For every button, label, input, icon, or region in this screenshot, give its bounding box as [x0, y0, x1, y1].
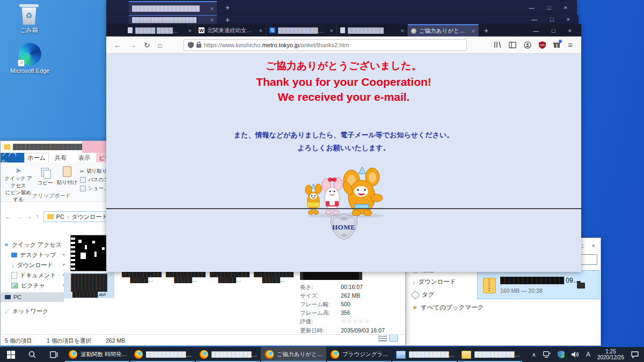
- download-list-item[interactable]: ██████████████ 09.zip 160 MB — 20:38: [477, 270, 599, 299]
- network-icon[interactable]: [543, 351, 551, 358]
- ime-indicator[interactable]: A: [586, 351, 590, 358]
- file-explorer-icon: [396, 351, 406, 359]
- desktop-icon-edge[interactable]: ↗ Microsoft Edge: [9, 43, 52, 74]
- task-view-button[interactable]: [43, 347, 64, 362]
- sidebar-item-desktop[interactable]: デスクトップ ✦: [11, 250, 70, 260]
- sidebar-item-quick-access[interactable]: ★ クイック アクセス: [4, 240, 63, 249]
- url-bar[interactable]: https://www.keishicho.metro.tokyo.jp/ank…: [184, 39, 467, 51]
- library-item-bookmarks[interactable]: ★ すべてのブックマーク: [412, 304, 484, 312]
- file-label[interactable]: ███████████ █████…: [120, 271, 163, 283]
- copy-icon: [41, 168, 49, 176]
- home-button[interactable]: HOME: [106, 213, 581, 240]
- ublock-shield-icon[interactable]: UO: [539, 41, 546, 49]
- maximize-button[interactable]: □: [547, 4, 551, 11]
- breadcrumb-downloads[interactable]: ダウンロード: [72, 213, 108, 221]
- folder-icon: [462, 351, 471, 359]
- zip-file-icon: [483, 278, 496, 293]
- desktop-icon-recycle-bin[interactable]: ♻ ごみ箱: [14, 4, 44, 34]
- ribbon-tab-home[interactable]: ホーム: [24, 153, 49, 162]
- ribbon-tab-file[interactable]: ファイル: [1, 153, 24, 162]
- minimize-button[interactable]: —: [533, 27, 539, 34]
- open-containing-folder-icon[interactable]: [577, 283, 585, 289]
- tab-4[interactable]: █████████ ×: [337, 24, 408, 36]
- taskbar-app-explorer[interactable]: ████████████…: [392, 347, 457, 362]
- background-tab-2[interactable]: █████████████████ ×: [129, 15, 217, 24]
- breadcrumb-pc[interactable]: PC: [56, 213, 64, 220]
- tab-2[interactable]: W 北関東連続幼女誘拐殺… ×: [195, 24, 266, 36]
- back-icon[interactable]: ←: [5, 213, 11, 220]
- account-icon[interactable]: [524, 41, 531, 49]
- sidebar-item-pc[interactable]: PC: [1, 292, 64, 302]
- tab-1[interactable]: █████ ███████ ×: [125, 24, 195, 36]
- file-label[interactable]: ███████████ █████…: [208, 271, 251, 283]
- maximize-button[interactable]: □: [552, 27, 555, 34]
- cut-button[interactable]: ✂ 切り取り: [80, 168, 107, 175]
- menu-icon[interactable]: ≡: [568, 40, 573, 49]
- back-icon[interactable]: ←: [114, 41, 121, 49]
- minimize-button[interactable]: —: [531, 16, 537, 23]
- taskbar-app-firefox-active[interactable]: ご協力ありがとうござ…: [261, 347, 326, 362]
- tab-close-icon[interactable]: ×: [185, 27, 192, 34]
- library-icon[interactable]: [494, 41, 501, 48]
- maximize-button[interactable]: □: [550, 16, 554, 23]
- sidebar-item-network[interactable]: ☄ ネットワーク: [5, 306, 64, 316]
- file-label-selected[interactable]: ██████████ ██████████ ██████████ ███████…: [64, 272, 114, 298]
- ribbon-tab-share[interactable]: 共有: [49, 153, 72, 162]
- file-label[interactable]: ███████████ █████…: [252, 271, 295, 283]
- tab-active-police-thanks[interactable]: ご協力ありがとうございまし ×: [408, 24, 479, 36]
- tray-chevron-up-icon[interactable]: ∧: [532, 351, 536, 358]
- tab-3[interactable]: 毎 █████████████ ×: [266, 24, 337, 36]
- forward-icon[interactable]: →: [17, 213, 23, 220]
- taskbar-app-folder[interactable]: ████████████…: [457, 347, 523, 362]
- new-tab-button[interactable]: +: [484, 26, 488, 35]
- taskbar-app-firefox-2[interactable]: ████████████…: [130, 347, 195, 362]
- tab-close-icon[interactable]: ×: [207, 5, 214, 12]
- sidebar-item-downloads[interactable]: ↓ ダウンロード ✦: [11, 260, 70, 270]
- filmstrip-edge: [71, 235, 75, 271]
- reload-icon[interactable]: ↻: [144, 41, 150, 49]
- whats-new-gift-icon[interactable]: [553, 41, 560, 48]
- tab-close-icon[interactable]: ×: [207, 17, 214, 23]
- background-window-2: █████████████████ × + — □ ×: [106, 15, 579, 24]
- sidebar-item-documents[interactable]: ドキュメント ✦: [11, 270, 70, 280]
- new-tab-button[interactable]: +: [225, 3, 230, 12]
- tab-close-icon[interactable]: ×: [256, 27, 262, 34]
- action-center-icon[interactable]: [631, 351, 639, 358]
- speaker-icon[interactable]: [572, 351, 579, 358]
- windows-security-icon[interactable]: [558, 351, 565, 358]
- sidebar-item-pictures[interactable]: ピクチャ ✦: [11, 280, 70, 290]
- background-tab-1[interactable]: █████████████████ ×: [129, 1, 217, 15]
- minimize-button[interactable]: —: [529, 4, 535, 11]
- sidebar-toggle-icon[interactable]: [509, 42, 516, 48]
- library-item-downloads[interactable]: ↓ ダウンロード: [412, 278, 456, 286]
- taskbar-clock[interactable]: 1:25 2020/12/25: [597, 349, 624, 360]
- close-button[interactable]: ×: [568, 27, 572, 34]
- taskbar-app-firefox-3[interactable]: ████████████…: [195, 347, 261, 362]
- taskbar-app-firefox-library[interactable]: ブラウジングライブラリー: [326, 347, 392, 362]
- forward-icon[interactable]: →: [129, 41, 136, 49]
- close-button[interactable]: ×: [567, 16, 570, 23]
- tracking-shield-icon[interactable]: [188, 42, 194, 48]
- new-tab-button[interactable]: +: [225, 16, 230, 24]
- tab-close-icon[interactable]: ×: [398, 27, 404, 34]
- start-button[interactable]: [0, 347, 21, 362]
- wikipedia-favicon: W: [199, 27, 204, 33]
- taskbar: 波動関数 時間発展 ... ████████████… ████████████…: [0, 347, 644, 362]
- close-button[interactable]: ×: [592, 242, 595, 249]
- detail-rating-stars[interactable]: ☆☆☆☆☆: [341, 318, 370, 325]
- close-button[interactable]: ×: [564, 4, 567, 11]
- file-label[interactable]: ███████████ █████…: [164, 271, 207, 283]
- video-thumbnail[interactable]: [70, 235, 109, 271]
- tab-close-icon[interactable]: ×: [327, 27, 333, 34]
- taskbar-search-button[interactable]: [21, 347, 43, 362]
- tab-close-icon[interactable]: ×: [469, 28, 475, 34]
- paste-button[interactable]: 貼り付け: [56, 166, 78, 186]
- home-icon[interactable]: ⌂: [158, 41, 162, 49]
- library-item-tags[interactable]: タグ: [412, 291, 435, 299]
- copy-button[interactable]: コピー: [36, 168, 54, 187]
- status-selection-size: 262 MB: [106, 337, 125, 344]
- taskbar-app-firefox-1[interactable]: 波動関数 時間発展 ...: [64, 347, 130, 362]
- ribbon-tab-view[interactable]: 表示: [72, 153, 96, 162]
- up-icon[interactable]: ↑: [36, 213, 39, 220]
- dropdown-icon[interactable]: ⌄: [27, 214, 32, 219]
